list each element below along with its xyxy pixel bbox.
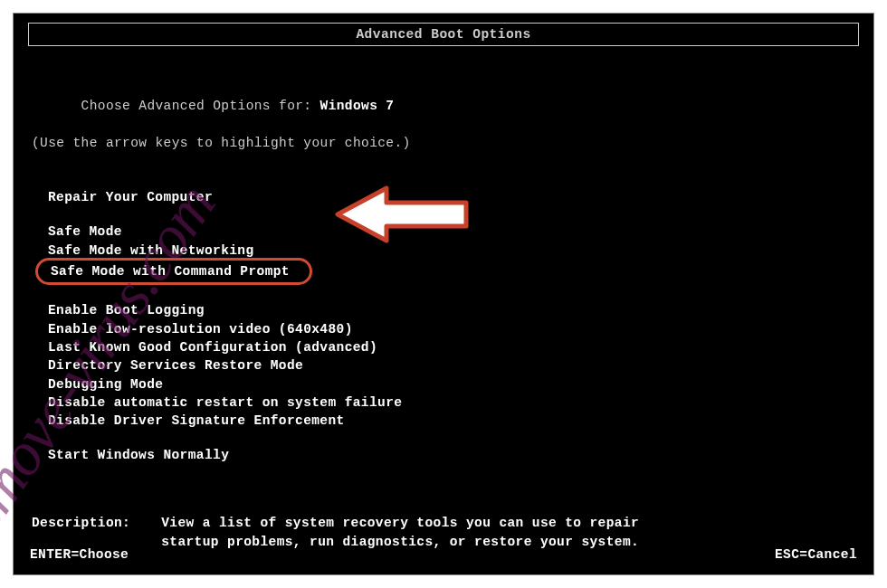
menu-group: Enable Boot LoggingEnable low-resolution… (32, 301, 855, 430)
footer-enter: ENTER=Choose (30, 547, 129, 562)
title-bar: Advanced Boot Options (28, 23, 859, 46)
os-name: Windows 7 (320, 99, 395, 113)
menu-item-start-windows-normally[interactable]: Start Windows Normally (32, 446, 855, 464)
menu-item-safe-mode-with-networking[interactable]: Safe Mode with Networking (32, 242, 855, 260)
menu-item-enable-low-resolution-video-640x480[interactable]: Enable low-resolution video (640x480) (32, 320, 855, 338)
hint-line: (Use the arrow keys to highlight your ch… (32, 134, 855, 152)
menu-item-safe-mode-with-command-prompt[interactable]: Safe Mode with Command Prompt (35, 258, 312, 285)
screen-title: Advanced Boot Options (356, 27, 530, 42)
footer-bar: ENTER=Choose ESC=Cancel (30, 547, 857, 562)
footer-esc: ESC=Cancel (775, 547, 857, 562)
menu-group: Repair Your Computer (32, 188, 855, 206)
content-area: Choose Advanced Options for: Windows 7 (… (32, 79, 855, 552)
menu-group: Start Windows Normally (32, 446, 855, 464)
description-label: Description: (32, 514, 161, 552)
menu-item-enable-boot-logging[interactable]: Enable Boot Logging (32, 301, 855, 319)
menu-item-repair-your-computer[interactable]: Repair Your Computer (32, 188, 855, 206)
menu-item-disable-automatic-restart-on-system-failure[interactable]: Disable automatic restart on system fail… (32, 394, 855, 412)
description-text: View a list of system recovery tools you… (161, 514, 704, 552)
description-block: Description: View a list of system recov… (32, 514, 855, 552)
choose-line: Choose Advanced Options for: Windows 7 (32, 79, 855, 134)
choose-prefix: Choose Advanced Options for: (81, 99, 320, 113)
menu-item-disable-driver-signature-enforcement[interactable]: Disable Driver Signature Enforcement (32, 412, 855, 430)
menu-item-debugging-mode[interactable]: Debugging Mode (32, 375, 855, 394)
menu-item-directory-services-restore-mode[interactable]: Directory Services Restore Mode (32, 356, 855, 375)
menu-container[interactable]: Repair Your ComputerSafe ModeSafe Mode w… (32, 188, 855, 465)
boot-screen: Advanced Boot Options Choose Advanced Op… (13, 13, 874, 575)
menu-item-safe-mode[interactable]: Safe Mode (32, 223, 855, 241)
menu-group: Safe ModeSafe Mode with NetworkingSafe M… (32, 223, 855, 285)
menu-item-last-known-good-configuration-advanced[interactable]: Last Known Good Configuration (advanced) (32, 338, 855, 356)
